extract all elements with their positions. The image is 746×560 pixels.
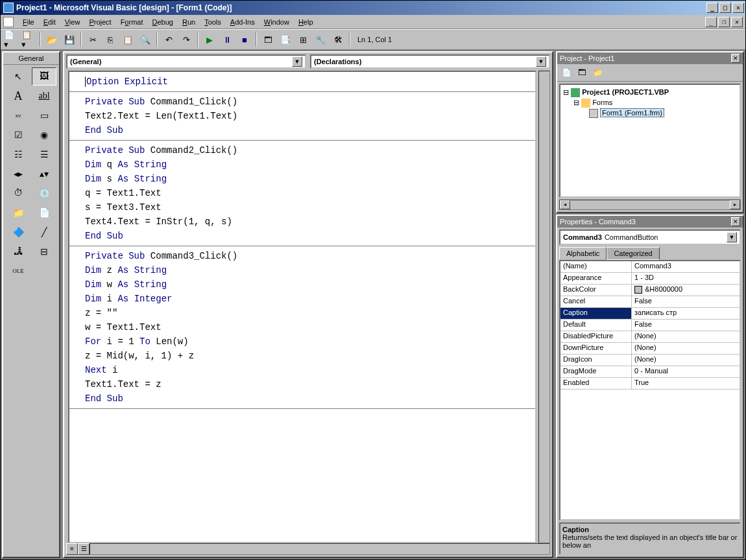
- add-project-button[interactable]: 📄▾: [3, 32, 19, 47]
- object-browser-button[interactable]: 🔧: [313, 32, 328, 47]
- mdi-close-button[interactable]: ✕: [731, 17, 743, 27]
- hscrollbar-tool[interactable]: ◂▸: [6, 165, 30, 183]
- tree-item-form1[interactable]: Form1 (Form1.frm): [600, 108, 664, 117]
- menu-project[interactable]: Project: [85, 17, 115, 27]
- textbox-tool[interactable]: abl: [32, 87, 56, 105]
- commandbutton-tool[interactable]: ▭: [32, 106, 56, 124]
- property-row[interactable]: DownPicture(None): [560, 343, 740, 355]
- object-dropdown[interactable]: (General)▼: [66, 54, 306, 69]
- workspace: General ↖ 🖼 A abl xv ▭ ☑ ◉ ☷ ☰ ◂▸ ▴▾ ⏱ 💿…: [1, 50, 745, 559]
- picturebox-tool[interactable]: 🖼: [32, 67, 56, 86]
- filelistbox-tool[interactable]: 📄: [32, 204, 56, 222]
- menu-file[interactable]: File: [19, 17, 38, 27]
- code-editor[interactable]: Option ExplicitPrivate Sub Command1_Clic…: [68, 71, 536, 543]
- property-row[interactable]: Captionзаписать стр: [560, 308, 740, 320]
- menu-tools[interactable]: Tools: [200, 17, 225, 27]
- properties-button[interactable]: 📑: [278, 32, 293, 47]
- toolbox-pane: General ↖ 🖼 A abl xv ▭ ☑ ◉ ☷ ☰ ◂▸ ▴▾ ⏱ 💿…: [2, 51, 60, 558]
- property-row[interactable]: DragMode0 - Manual: [560, 366, 740, 378]
- tab-alphabetic[interactable]: Alphabetic: [559, 247, 607, 260]
- project-explorer-button[interactable]: 🗔: [260, 32, 276, 47]
- full-view-button[interactable]: ☰: [78, 543, 90, 555]
- listbox-tool[interactable]: ☰: [32, 145, 56, 163]
- project-tree[interactable]: ⊟ Project1 (PROJECT1.VBP ⊟ Forms Form1 (…: [559, 84, 741, 198]
- menu-help[interactable]: Help: [295, 17, 317, 27]
- menu-edit[interactable]: Edit: [40, 17, 60, 27]
- open-button[interactable]: 📂: [44, 32, 60, 47]
- end-button[interactable]: ■: [237, 32, 252, 47]
- mdi-minimize-button[interactable]: _: [705, 17, 717, 27]
- combobox-tool[interactable]: ☷: [6, 145, 30, 163]
- minimize-button[interactable]: _: [706, 3, 718, 13]
- app-icon: [3, 3, 14, 13]
- properties-pane-title: Properties - Command3 ✕: [557, 216, 743, 228]
- project-pane-title: Project - Project1 ✕: [557, 52, 743, 64]
- menu-view[interactable]: View: [61, 17, 84, 27]
- properties-pane: Properties - Command3 ✕ Command3 Command…: [556, 215, 744, 558]
- property-row[interactable]: EnabledTrue: [560, 378, 740, 390]
- view-object-button[interactable]: 🗔: [575, 66, 589, 79]
- undo-button[interactable]: ↶: [161, 32, 176, 47]
- frame-tool[interactable]: xv: [6, 106, 30, 124]
- data-tool[interactable]: ⊟: [32, 242, 56, 261]
- maximize-button[interactable]: □: [719, 3, 731, 13]
- pointer-tool[interactable]: ↖: [6, 67, 30, 86]
- shape-tool[interactable]: 🔷: [6, 223, 30, 241]
- label-tool[interactable]: A: [6, 87, 30, 105]
- object-selector[interactable]: Command3 CommandButton ▼: [559, 229, 741, 245]
- mdi-restore-button[interactable]: ❐: [718, 17, 730, 27]
- start-button[interactable]: ▶: [202, 32, 217, 47]
- image-tool[interactable]: 🏞: [6, 242, 30, 261]
- optionbutton-tool[interactable]: ◉: [32, 126, 56, 144]
- menu-window[interactable]: Window: [260, 17, 293, 27]
- view-code-button[interactable]: 📄: [559, 66, 573, 79]
- copy-button[interactable]: ⎘: [102, 32, 118, 47]
- code-hscrollbar[interactable]: [90, 543, 550, 555]
- project-hscrollbar[interactable]: ◂▸: [559, 200, 741, 210]
- properties-pane-close-button[interactable]: ✕: [731, 217, 740, 226]
- menu-addins[interactable]: Add-Ins: [226, 17, 259, 27]
- add-form-button[interactable]: 📋▾: [21, 32, 36, 47]
- find-button[interactable]: 🔍: [138, 32, 153, 47]
- property-row[interactable]: (Name)Command3: [560, 261, 740, 273]
- break-button[interactable]: ⏸: [219, 32, 235, 47]
- checkbox-tool[interactable]: ☑: [6, 126, 30, 144]
- toolbox-tab[interactable]: General: [3, 52, 59, 65]
- properties-grid[interactable]: (Name)Command3Appearance1 - 3DBackColor&…: [559, 260, 741, 520]
- form-layout-button[interactable]: ⊞: [295, 32, 311, 47]
- timer-tool[interactable]: ⏱: [6, 184, 30, 202]
- project-pane-close-button[interactable]: ✕: [731, 54, 740, 63]
- property-row[interactable]: DisabledPicture(None): [560, 331, 740, 343]
- procedure-dropdown[interactable]: (Declarations)▼: [310, 54, 550, 69]
- menubar: File Edit View Project Format Debug Run …: [1, 15, 745, 29]
- ole-tool[interactable]: OLE: [6, 262, 30, 280]
- chevron-down-icon: ▼: [292, 56, 302, 67]
- line-tool[interactable]: ╱: [32, 223, 56, 241]
- dirlistbox-tool[interactable]: 📁: [6, 204, 30, 222]
- save-button[interactable]: 💾: [62, 32, 77, 47]
- menu-run[interactable]: Run: [178, 17, 199, 27]
- close-button[interactable]: ✕: [732, 3, 744, 13]
- vscrollbar-tool[interactable]: ▴▾: [32, 165, 56, 183]
- redo-button[interactable]: ↷: [178, 32, 194, 47]
- property-row[interactable]: CancelFalse: [560, 296, 740, 308]
- toolbox-button[interactable]: 🛠: [330, 32, 346, 47]
- paste-button[interactable]: 📋: [120, 32, 136, 47]
- app-window: Project1 - Microsoft Visual Basic [desig…: [0, 0, 746, 560]
- property-row[interactable]: DefaultFalse: [560, 320, 740, 331]
- project-icon: [571, 88, 580, 97]
- tab-categorized[interactable]: Categorized: [607, 247, 659, 260]
- cut-button[interactable]: ✂: [85, 32, 101, 47]
- menu-format[interactable]: Format: [117, 17, 147, 27]
- menu-debug[interactable]: Debug: [148, 17, 176, 27]
- proc-view-button[interactable]: ≡: [66, 543, 78, 555]
- toggle-folders-button[interactable]: 📁: [590, 66, 605, 79]
- drivelistbox-tool[interactable]: 💿: [32, 184, 56, 202]
- property-row[interactable]: DragIcon(None): [560, 355, 740, 366]
- property-row[interactable]: Appearance1 - 3D: [560, 273, 740, 285]
- project-explorer-pane: Project - Project1 ✕ 📄 🗔 📁 ⊟ Project1 (P…: [556, 51, 744, 213]
- code-vscrollbar[interactable]: [538, 71, 550, 543]
- mdi-icon: [3, 17, 14, 27]
- property-row[interactable]: BackColor&H8000000: [560, 285, 740, 296]
- window-title: Project1 - Microsoft Visual Basic [desig…: [16, 3, 706, 12]
